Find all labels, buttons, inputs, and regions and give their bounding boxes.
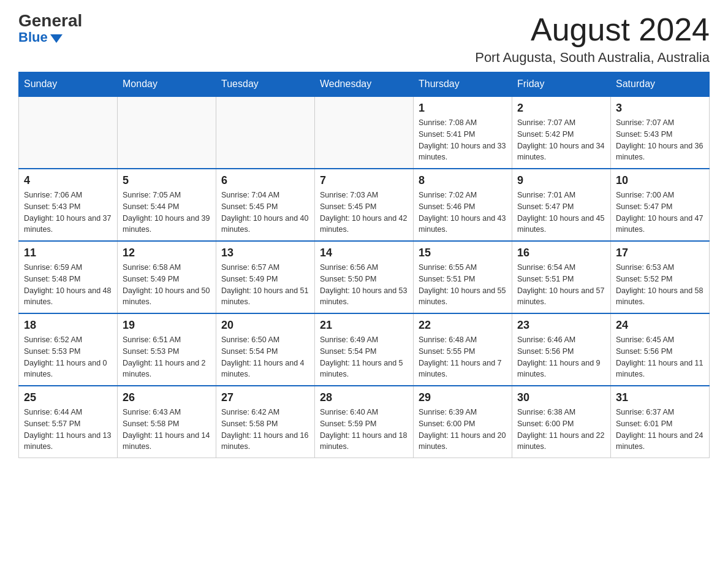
calendar-cell: 28Sunrise: 6:40 AMSunset: 5:59 PMDayligh… xyxy=(315,386,414,458)
calendar-cell xyxy=(315,96,414,169)
day-number: 4 xyxy=(24,174,112,187)
day-info: Sunrise: 7:07 AMSunset: 5:42 PMDaylight:… xyxy=(517,117,605,163)
day-number: 24 xyxy=(616,319,704,332)
column-header-friday: Friday xyxy=(512,72,611,97)
day-info: Sunrise: 7:07 AMSunset: 5:43 PMDaylight:… xyxy=(616,117,704,163)
day-info: Sunrise: 7:06 AMSunset: 5:43 PMDaylight:… xyxy=(24,190,112,236)
calendar-cell: 21Sunrise: 6:49 AMSunset: 5:54 PMDayligh… xyxy=(315,313,414,386)
calendar-cell: 19Sunrise: 6:51 AMSunset: 5:53 PMDayligh… xyxy=(118,313,216,386)
logo-blue-text: Blue xyxy=(18,29,63,45)
day-number: 26 xyxy=(123,391,211,404)
logo-triangle-icon xyxy=(50,34,63,43)
day-info: Sunrise: 6:44 AMSunset: 5:57 PMDaylight:… xyxy=(24,407,112,453)
day-info: Sunrise: 7:04 AMSunset: 5:45 PMDaylight:… xyxy=(221,190,309,236)
day-info: Sunrise: 7:08 AMSunset: 5:41 PMDaylight:… xyxy=(419,117,507,163)
day-number: 22 xyxy=(419,319,507,332)
day-number: 3 xyxy=(616,102,704,115)
day-info: Sunrise: 6:42 AMSunset: 5:58 PMDaylight:… xyxy=(221,407,309,453)
column-header-wednesday: Wednesday xyxy=(315,72,414,97)
calendar-cell: 18Sunrise: 6:52 AMSunset: 5:53 PMDayligh… xyxy=(19,313,118,386)
calendar-cell: 22Sunrise: 6:48 AMSunset: 5:55 PMDayligh… xyxy=(414,313,512,386)
day-number: 8 xyxy=(419,174,507,187)
day-info: Sunrise: 6:48 AMSunset: 5:55 PMDaylight:… xyxy=(419,334,507,380)
day-info: Sunrise: 6:57 AMSunset: 5:49 PMDaylight:… xyxy=(221,262,309,308)
column-header-monday: Monday xyxy=(118,72,216,97)
calendar-cell: 16Sunrise: 6:54 AMSunset: 5:51 PMDayligh… xyxy=(512,241,611,313)
calendar-cell xyxy=(19,96,118,169)
title-area: August 2024 Port Augusta, South Australi… xyxy=(475,12,710,66)
calendar-week-3: 11Sunrise: 6:59 AMSunset: 5:48 PMDayligh… xyxy=(19,241,710,313)
day-number: 18 xyxy=(24,319,112,332)
calendar-cell: 4Sunrise: 7:06 AMSunset: 5:43 PMDaylight… xyxy=(19,169,118,241)
day-number: 23 xyxy=(517,319,605,332)
day-info: Sunrise: 7:00 AMSunset: 5:47 PMDaylight:… xyxy=(616,190,704,236)
calendar-week-1: 1Sunrise: 7:08 AMSunset: 5:41 PMDaylight… xyxy=(19,96,710,169)
calendar-week-4: 18Sunrise: 6:52 AMSunset: 5:53 PMDayligh… xyxy=(19,313,710,386)
day-info: Sunrise: 6:40 AMSunset: 5:59 PMDaylight:… xyxy=(320,407,408,453)
calendar-cell: 5Sunrise: 7:05 AMSunset: 5:44 PMDaylight… xyxy=(118,169,216,241)
day-number: 7 xyxy=(320,174,408,187)
day-number: 14 xyxy=(320,247,408,259)
day-info: Sunrise: 6:59 AMSunset: 5:48 PMDaylight:… xyxy=(24,262,112,308)
day-info: Sunrise: 6:43 AMSunset: 5:58 PMDaylight:… xyxy=(123,407,211,453)
location-title: Port Augusta, South Australia, Australia xyxy=(475,50,710,66)
day-number: 25 xyxy=(24,391,112,404)
calendar-cell: 29Sunrise: 6:39 AMSunset: 6:00 PMDayligh… xyxy=(414,386,512,458)
day-number: 9 xyxy=(517,174,605,187)
logo-general-text: General xyxy=(18,12,82,29)
calendar-cell: 2Sunrise: 7:07 AMSunset: 5:42 PMDaylight… xyxy=(512,96,611,169)
calendar-cell: 6Sunrise: 7:04 AMSunset: 5:45 PMDaylight… xyxy=(216,169,315,241)
logo: General Blue xyxy=(18,12,82,45)
day-info: Sunrise: 6:52 AMSunset: 5:53 PMDaylight:… xyxy=(24,334,112,380)
month-title: August 2024 xyxy=(475,12,710,47)
day-info: Sunrise: 6:53 AMSunset: 5:52 PMDaylight:… xyxy=(616,262,704,308)
day-info: Sunrise: 7:05 AMSunset: 5:44 PMDaylight:… xyxy=(123,190,211,236)
calendar-cell: 25Sunrise: 6:44 AMSunset: 5:57 PMDayligh… xyxy=(19,386,118,458)
day-number: 19 xyxy=(123,319,211,332)
calendar-cell: 15Sunrise: 6:55 AMSunset: 5:51 PMDayligh… xyxy=(414,241,512,313)
column-header-saturday: Saturday xyxy=(611,72,710,97)
day-info: Sunrise: 6:58 AMSunset: 5:49 PMDaylight:… xyxy=(123,262,211,308)
day-info: Sunrise: 6:39 AMSunset: 6:00 PMDaylight:… xyxy=(419,407,507,453)
day-info: Sunrise: 6:50 AMSunset: 5:54 PMDaylight:… xyxy=(221,334,309,380)
day-number: 1 xyxy=(419,102,507,115)
day-info: Sunrise: 6:46 AMSunset: 5:56 PMDaylight:… xyxy=(517,334,605,380)
calendar-cell: 27Sunrise: 6:42 AMSunset: 5:58 PMDayligh… xyxy=(216,386,315,458)
column-header-sunday: Sunday xyxy=(19,72,118,97)
calendar-cell: 7Sunrise: 7:03 AMSunset: 5:45 PMDaylight… xyxy=(315,169,414,241)
day-number: 31 xyxy=(616,391,704,404)
calendar-table: SundayMondayTuesdayWednesdayThursdayFrid… xyxy=(18,72,710,458)
day-number: 15 xyxy=(419,247,507,259)
calendar-cell: 23Sunrise: 6:46 AMSunset: 5:56 PMDayligh… xyxy=(512,313,611,386)
day-number: 20 xyxy=(221,319,309,332)
calendar-cell xyxy=(216,96,315,169)
day-number: 21 xyxy=(320,319,408,332)
calendar-header-row: SundayMondayTuesdayWednesdayThursdayFrid… xyxy=(19,72,710,97)
day-info: Sunrise: 6:49 AMSunset: 5:54 PMDaylight:… xyxy=(320,334,408,380)
day-info: Sunrise: 6:56 AMSunset: 5:50 PMDaylight:… xyxy=(320,262,408,308)
day-number: 29 xyxy=(419,391,507,404)
day-info: Sunrise: 6:38 AMSunset: 6:00 PMDaylight:… xyxy=(517,407,605,453)
day-number: 2 xyxy=(517,102,605,115)
calendar-cell: 24Sunrise: 6:45 AMSunset: 5:56 PMDayligh… xyxy=(611,313,710,386)
day-number: 13 xyxy=(221,247,309,259)
day-info: Sunrise: 7:02 AMSunset: 5:46 PMDaylight:… xyxy=(419,190,507,236)
day-info: Sunrise: 6:55 AMSunset: 5:51 PMDaylight:… xyxy=(419,262,507,308)
day-number: 5 xyxy=(123,174,211,187)
day-number: 27 xyxy=(221,391,309,404)
calendar-week-5: 25Sunrise: 6:44 AMSunset: 5:57 PMDayligh… xyxy=(19,386,710,458)
day-info: Sunrise: 6:45 AMSunset: 5:56 PMDaylight:… xyxy=(616,334,704,380)
day-number: 30 xyxy=(517,391,605,404)
day-number: 16 xyxy=(517,247,605,259)
day-info: Sunrise: 6:51 AMSunset: 5:53 PMDaylight:… xyxy=(123,334,211,380)
calendar-cell: 17Sunrise: 6:53 AMSunset: 5:52 PMDayligh… xyxy=(611,241,710,313)
day-number: 17 xyxy=(616,247,704,259)
calendar-cell: 14Sunrise: 6:56 AMSunset: 5:50 PMDayligh… xyxy=(315,241,414,313)
day-number: 11 xyxy=(24,247,112,259)
day-info: Sunrise: 7:01 AMSunset: 5:47 PMDaylight:… xyxy=(517,190,605,236)
calendar-cell: 8Sunrise: 7:02 AMSunset: 5:46 PMDaylight… xyxy=(414,169,512,241)
calendar-cell: 30Sunrise: 6:38 AMSunset: 6:00 PMDayligh… xyxy=(512,386,611,458)
calendar-cell: 3Sunrise: 7:07 AMSunset: 5:43 PMDaylight… xyxy=(611,96,710,169)
calendar-cell: 11Sunrise: 6:59 AMSunset: 5:48 PMDayligh… xyxy=(19,241,118,313)
column-header-tuesday: Tuesday xyxy=(216,72,315,97)
